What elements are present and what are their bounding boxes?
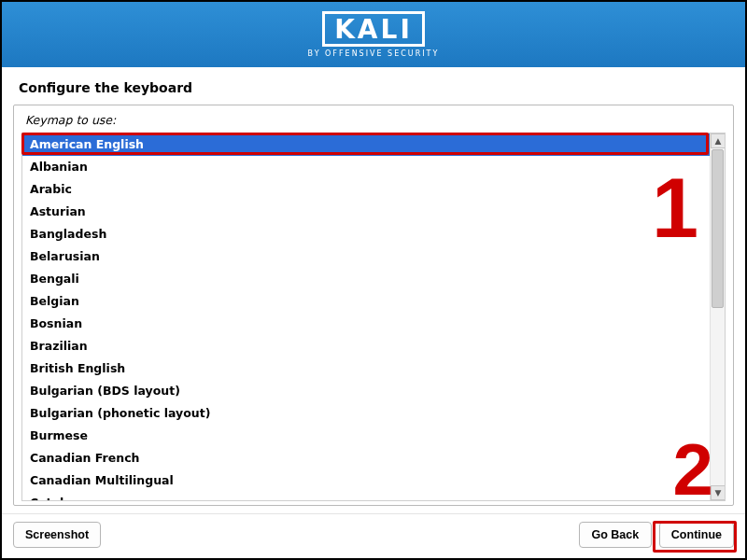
scroll-down-button[interactable]: ▼: [711, 485, 726, 500]
list-item[interactable]: Bangladesh: [22, 223, 710, 245]
keymap-list-wrap: American EnglishAlbanianArabicAsturianBa…: [21, 133, 726, 501]
list-item[interactable]: Arabic: [22, 178, 710, 201]
kali-logo: KALI BY OFFENSIVE SECURITY: [308, 11, 440, 57]
scroll-thumb[interactable]: [712, 149, 724, 308]
list-item[interactable]: Brazilian: [22, 335, 710, 357]
list-item[interactable]: American English: [22, 133, 710, 156]
list-item[interactable]: Bulgarian (BDS layout): [22, 380, 710, 402]
scroll-up-button[interactable]: ▲: [711, 133, 726, 148]
list-item[interactable]: Bulgarian (phonetic layout): [22, 402, 710, 425]
screenshot-button[interactable]: Screenshot: [13, 522, 101, 548]
logo-subtitle: BY OFFENSIVE SECURITY: [308, 49, 440, 58]
list-item[interactable]: Canadian French: [22, 447, 710, 469]
list-item[interactable]: Belarusian: [22, 245, 710, 268]
logo-text: KALI: [322, 11, 425, 46]
list-item[interactable]: Asturian: [22, 201, 710, 223]
list-item[interactable]: Bosnian: [22, 313, 710, 335]
list-item[interactable]: Burmese: [22, 425, 710, 447]
continue-button[interactable]: Continue: [659, 522, 734, 548]
keymap-list[interactable]: American EnglishAlbanianArabicAsturianBa…: [21, 133, 726, 501]
list-item[interactable]: Bengali: [22, 268, 710, 290]
list-item[interactable]: Belgian: [22, 290, 710, 313]
list-item[interactable]: British English: [22, 357, 710, 380]
list-item[interactable]: Catalan: [22, 492, 710, 500]
header-banner: KALI BY OFFENSIVE SECURITY: [2, 2, 745, 67]
page-title: Configure the keyboard: [2, 67, 745, 105]
go-back-button[interactable]: Go Back: [579, 522, 652, 548]
main-panel: Keymap to use: American EnglishAlbanianA…: [13, 105, 734, 506]
list-item[interactable]: Albanian: [22, 156, 710, 178]
scrollbar[interactable]: ▲ ▼: [710, 133, 725, 500]
footer-bar: Screenshot Go Back Continue: [2, 513, 745, 558]
installer-window: KALI BY OFFENSIVE SECURITY Configure the…: [0, 0, 747, 560]
keymap-prompt: Keymap to use:: [25, 113, 726, 127]
list-item[interactable]: Canadian Multilingual: [22, 469, 710, 492]
